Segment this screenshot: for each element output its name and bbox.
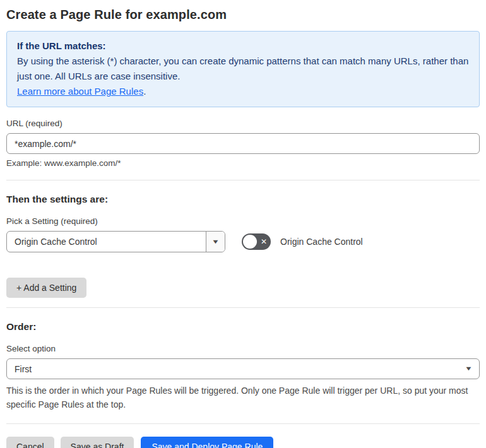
- cancel-button[interactable]: Cancel: [6, 437, 54, 448]
- page-rule-form: Create a Page Rule for example.com If th…: [0, 0, 486, 448]
- url-match-info-box: If the URL matches: By using the asteris…: [6, 31, 480, 107]
- order-select-arrow: ▼: [458, 359, 479, 379]
- learn-more-link[interactable]: Learn more about Page Rules: [17, 86, 143, 97]
- add-setting-button[interactable]: + Add a Setting: [6, 278, 86, 298]
- setting-select-arrow-button[interactable]: ▼: [206, 232, 225, 252]
- origin-cache-control-toggle[interactable]: ✕: [242, 233, 271, 250]
- toggle-off-x-icon: ✕: [261, 238, 267, 245]
- url-input[interactable]: [6, 133, 480, 154]
- setting-select[interactable]: Origin Cache Control ▼: [6, 231, 225, 252]
- info-box-heading: If the URL matches:: [17, 38, 469, 54]
- page-title: Create a Page Rule for example.com: [6, 8, 480, 22]
- save-and-deploy-button[interactable]: Save and Deploy Page Rule: [141, 437, 273, 448]
- info-box-link-line: Learn more about Page Rules.: [17, 84, 469, 99]
- setting-picker-row: Origin Cache Control ▼ ✕ Origin Cache Co…: [6, 231, 480, 252]
- settings-section-heading: Then the settings are:: [6, 194, 480, 205]
- order-helper-text: This is the order in which your Page Rul…: [6, 384, 478, 411]
- divider: [6, 307, 480, 308]
- order-section-heading: Order:: [6, 321, 480, 333]
- info-box-body: By using the asterisk (*) character, you…: [17, 54, 469, 84]
- setting-select-value: Origin Cache Control: [7, 232, 206, 252]
- divider: [6, 423, 480, 424]
- order-select-label: Select option: [6, 344, 480, 353]
- chevron-down-icon: ▼: [211, 239, 220, 245]
- link-suffix: .: [143, 86, 146, 97]
- chevron-down-icon: ▼: [465, 366, 473, 372]
- url-field-label: URL (required): [6, 119, 480, 128]
- order-select-value: First: [7, 359, 458, 379]
- url-example-helper: Example: www.example.com/*: [6, 158, 480, 168]
- footer-actions: Cancel Save as Draft Save and Deploy Pag…: [6, 437, 480, 448]
- toggle-label: Origin Cache Control: [280, 237, 363, 247]
- order-select[interactable]: First ▼: [6, 358, 480, 379]
- pick-setting-label: Pick a Setting (required): [6, 216, 480, 226]
- toggle-knob: [243, 235, 257, 249]
- save-as-draft-button[interactable]: Save as Draft: [61, 437, 134, 448]
- divider: [6, 180, 480, 180]
